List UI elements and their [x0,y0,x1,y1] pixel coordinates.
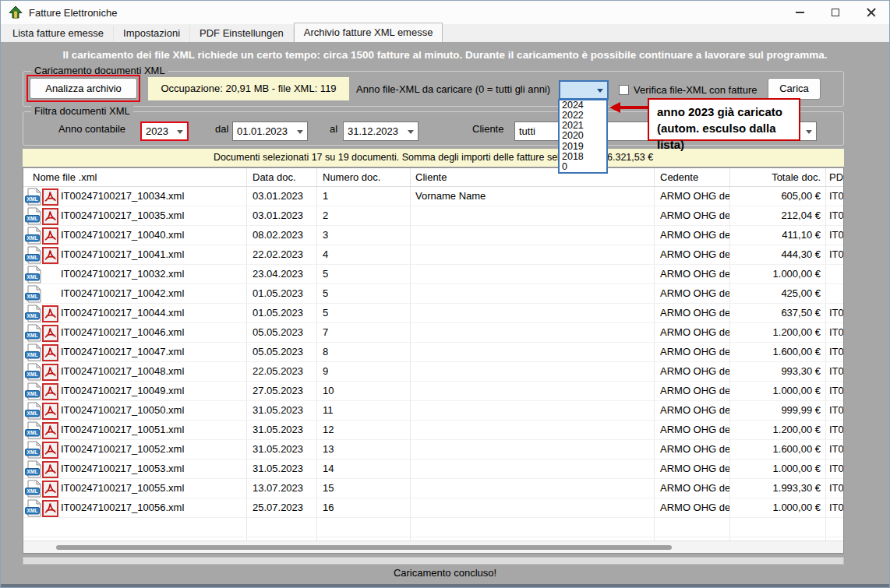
table-row[interactable]: XMLIT00247100217_10034.xml03.01.20231Vor… [23,187,843,206]
accounting-year-label: Anno contabile [58,112,125,146]
svg-text:XML: XML [27,488,38,494]
table-row[interactable]: XMLIT00247100217_10052.xml31.05.202313AR… [23,440,843,459]
table-row[interactable]: XMLIT00247100217_10049.xml27.05.202310AR… [23,382,843,401]
year-option-2024[interactable]: 2024 [560,100,606,111]
doc-number: 1 [317,187,411,206]
minimize-button[interactable] [782,1,818,24]
file-icons: XML [25,421,58,439]
doc-date: 31.05.2023 [247,421,317,439]
table-row[interactable]: XMLIT00247100217_10051.xml31.05.202312AR… [23,421,843,440]
to-date-label: al [330,112,337,146]
svg-text:XML: XML [27,469,38,474]
year-option-2022[interactable]: 2022 [560,111,606,121]
to-date-combobox[interactable]: 31.12.2023 [343,121,419,141]
file-cell: XMLIT00247100217_10035.xml [23,206,247,225]
doc-date: 25.07.2023 [247,498,317,517]
doc-number [317,518,411,537]
year-to-load-combobox[interactable] [559,80,609,100]
file-icons: XML [25,323,58,342]
year-option-2020[interactable]: 2020 [560,131,606,141]
pdf-ref: IT0 [826,245,843,264]
annotation-arrow [620,106,649,109]
doc-date [247,518,317,537]
close-button[interactable] [853,1,889,24]
column-header-cliente[interactable]: Cliente [411,168,655,186]
client-name [411,518,655,537]
table-row[interactable]: XMLIT00247100217_10050.xml31.05.202311AR… [23,401,843,421]
year-option-2021[interactable]: 2021 [560,121,606,131]
doc-number: 2 [317,206,411,225]
table-row[interactable]: XMLIT00247100217_10048.xml22.05.20239ARM… [23,362,843,382]
file-icons: XML [25,343,58,361]
table-row[interactable]: XMLIT00247100217_10055.xml13.07.202315AR… [23,479,843,498]
table-row[interactable]: XMLIT00247100217_10040.xml08.02.20233ARM… [23,226,843,245]
svg-text:XML: XML [27,333,38,338]
table-row[interactable]: XMLIT00247100217_10035.xml03.01.20232ARM… [23,206,843,226]
table-row[interactable]: XMLIT00247100217_10046.xml05.05.20237ARM… [23,323,843,343]
xml-file-icon: XML [25,285,41,303]
file-cell: XMLIT00247100217_10046.xml [23,323,247,342]
table-row[interactable]: XMLIT00247100217_10032.xml23.04.20235ARM… [23,265,843,284]
from-date-combobox[interactable]: 01.01.2023 [232,121,308,141]
year-option-2019[interactable]: 2019 [560,142,606,152]
doc-total: 1.000,00 € [730,498,826,517]
annotation-arrow-head-icon [609,102,620,113]
accounting-year-combobox[interactable]: 2023 [140,121,189,141]
tab-pdf-einstellungen[interactable]: PDF Einstellungen [190,26,294,42]
file-name: IT00247100217_10048.xml [61,365,184,377]
cedente-name: ARMO OHG des ... [655,479,730,498]
file-icons: XML [25,265,41,283]
file-name: IT00247100217_10046.xml [61,326,184,338]
file-cell: XMLIT00247100217_10034.xml [23,187,247,206]
column-header-numero-doc[interactable]: Numero doc. [317,168,411,186]
doc-total: 1.993,30 € [730,479,826,498]
maximize-button[interactable] [818,1,853,24]
svg-text:XML: XML [27,294,38,299]
year-option-0[interactable]: 0 [560,162,606,172]
pdf-ref: IT0 [826,401,843,420]
horizontal-scrollbar[interactable] [23,540,843,553]
column-header-nome-file-xml[interactable]: Nome file .xml [23,168,247,186]
from-date-value: 01.01.2023 [237,122,288,140]
column-header-cedente[interactable]: Cedente [655,168,730,186]
window-controls [782,1,889,24]
table-row[interactable]: XMLIT00247100217_10042.xml01.05.20235ARM… [23,284,843,304]
year-option-2018[interactable]: 2018 [560,152,606,162]
cedente-name: ARMO OHG des ... [655,187,730,206]
analyze-archive-button[interactable]: Analizza archivio [30,78,137,99]
doc-total: 444,30 € [730,245,826,264]
doc-number: 16 [317,498,411,517]
column-header-pd[interactable]: PD [826,168,843,186]
load-button[interactable]: Carica [768,78,821,100]
file-icons: XML [25,284,41,303]
cedente-name: ARMO OHG des ... [655,362,730,381]
tab-impostazioni[interactable]: Impostazioni [114,26,190,42]
pdf-file-icon [42,442,58,459]
table-row[interactable]: XMLIT00247100217_10056.xml25.07.202316AR… [23,498,843,518]
cedente-name: ARMO OHG des ... [655,323,730,342]
column-header-totale-doc[interactable]: Totale doc. [730,168,826,186]
pdf-file-icon [42,403,58,420]
doc-total: 1.600,00 € [730,440,826,459]
tab-lista-fatture-emesse[interactable]: Lista fatture emesse [3,26,114,42]
column-header-data-doc[interactable]: Data doc. [247,168,317,186]
xml-file-icon: XML [25,382,41,400]
doc-number: 9 [317,362,411,381]
client-name [411,421,655,439]
tab-archivio-fatture-xml-emesse[interactable]: Archivio fatture XML emesse [294,23,443,42]
file-icons: XML [25,304,58,322]
table-row[interactable]: XMLIT00247100217_10041.xml22.02.20234ARM… [23,245,843,265]
scrollbar-thumb[interactable] [56,545,672,550]
to-date-value: 31.12.2023 [348,122,398,140]
cedente-name: ARMO OHG des ... [655,304,730,322]
pdf-file-icon [42,461,58,478]
table-row[interactable]: XMLIT00247100217_10053.xml31.05.202314AR… [23,459,843,479]
cedente-name: ARMO OHG des ... [655,421,730,439]
checkbox-icon [619,85,629,95]
doc-total: 1.200,00 € [730,323,826,342]
table-row[interactable]: XMLIT00247100217_10047.xml05.05.20238ARM… [23,343,843,362]
table-body: XMLIT00247100217_10034.xml03.01.20231Vor… [23,187,843,540]
svg-text:XML: XML [27,508,38,513]
svg-text:XML: XML [27,352,38,357]
table-row[interactable]: XMLIT00247100217_10044.xml01.05.20235ARM… [23,304,843,323]
